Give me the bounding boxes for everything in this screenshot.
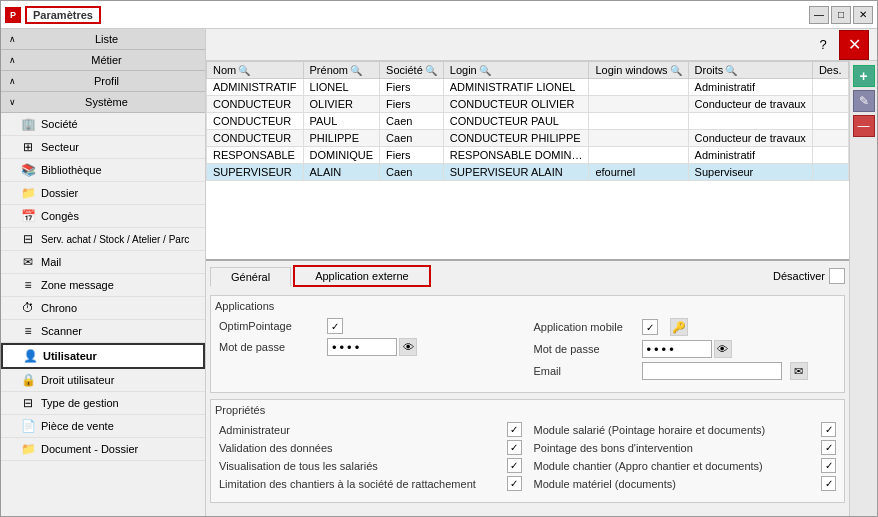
prop-right-check-0[interactable] <box>821 422 836 437</box>
prop-right-check-3[interactable] <box>821 476 836 491</box>
sidebar-section-systeme[interactable]: ∨ Système <box>1 92 205 113</box>
eye-btn-right[interactable]: 👁 <box>714 340 732 358</box>
cell-login: CONDUCTEUR OLIVIER <box>443 96 589 113</box>
cell-des <box>812 79 848 96</box>
email-btn[interactable]: ✉ <box>790 362 808 380</box>
maximize-button[interactable]: □ <box>831 6 851 24</box>
zone-message-icon: ≡ <box>21 278 35 292</box>
col-login-windows[interactable]: Login windows 🔍 <box>589 62 688 79</box>
sidebar-item-mail[interactable]: ✉ Mail <box>1 251 205 274</box>
tab-application-externe[interactable]: Application externe <box>293 265 431 287</box>
cell-societe: Fiers <box>380 79 444 96</box>
sidebar-item-zone-message[interactable]: ≡ Zone message <box>1 274 205 297</box>
sidebar-item-serv-achat[interactable]: ⊟ Serv. achat / Stock / Atelier / Parc <box>1 228 205 251</box>
prop-left-check-1[interactable] <box>507 440 522 455</box>
mot-de-passe-row: Mot de passe 👁 <box>219 338 522 356</box>
sidebar-item-conges[interactable]: 📅 Congès <box>1 205 205 228</box>
help-button[interactable]: ? <box>811 33 835 57</box>
sidebar-label-zone-message: Zone message <box>41 279 114 291</box>
key-btn[interactable]: 🔑 <box>670 318 688 336</box>
sidebar-item-scanner[interactable]: ≡ Scanner <box>1 320 205 343</box>
cell-login: RESPONSABLE DOMIN… <box>443 147 589 164</box>
col-login-windows-label: Login windows <box>595 64 667 76</box>
applications-section: Applications OptimPointage Mot de passe <box>210 295 845 393</box>
sidebar-item-dossier[interactable]: 📁 Dossier <box>1 182 205 205</box>
col-prenom[interactable]: Prénom 🔍 <box>303 62 380 79</box>
col-droits[interactable]: Droits 🔍 <box>688 62 812 79</box>
sidebar-section-liste[interactable]: ∧ Liste <box>1 29 205 50</box>
sidebar-item-bibliotheque[interactable]: 📚 Bibliothèque <box>1 159 205 182</box>
col-des[interactable]: Des. <box>812 62 848 79</box>
email-input[interactable] <box>642 362 782 380</box>
table-row[interactable]: CONDUCTEURPAULCaenCONDUCTEUR PAUL <box>207 113 849 130</box>
cell-nom: ADMINISTRATIF <box>207 79 304 96</box>
section-label-systeme: Système <box>16 96 197 108</box>
applications-left: OptimPointage Mot de passe 👁 <box>219 318 522 384</box>
app-mobile-checkbox[interactable] <box>642 319 658 335</box>
col-droits-label: Droits <box>695 64 724 76</box>
table-row[interactable]: SUPERVISEURALAINCaenSUPERVISEUR ALAINefo… <box>207 164 849 181</box>
conges-icon: 📅 <box>21 209 35 223</box>
sidebar-item-secteur[interactable]: ⊞ Secteur <box>1 136 205 159</box>
proprietes-section-title: Propriétés <box>215 404 836 416</box>
cell-des <box>812 96 848 113</box>
societe-search-icon[interactable]: 🔍 <box>425 65 437 76</box>
delete-button[interactable]: — <box>853 115 875 137</box>
add-button[interactable]: + <box>853 65 875 87</box>
eye-btn-left[interactable]: 👁 <box>399 338 417 356</box>
minimize-button[interactable]: — <box>809 6 829 24</box>
prop-left-check-2[interactable] <box>507 458 522 473</box>
sidebar-item-societe[interactable]: 🏢 Société <box>1 113 205 136</box>
chrono-icon: ⏱ <box>21 301 35 315</box>
password-input-left[interactable] <box>327 338 397 356</box>
table-row[interactable]: CONDUCTEURPHILIPPECaenCONDUCTEUR PHILIPP… <box>207 130 849 147</box>
tab-general[interactable]: Général <box>210 267 291 287</box>
table-row[interactable]: CONDUCTEUROLIVIERFiersCONDUCTEUR OLIVIER… <box>207 96 849 113</box>
sidebar-label-societe: Société <box>41 118 78 130</box>
droit-utilisateur-icon: 🔒 <box>21 373 35 387</box>
droits-search-icon[interactable]: 🔍 <box>725 65 737 76</box>
login-windows-search-icon[interactable]: 🔍 <box>670 65 682 76</box>
sidebar-section-profil[interactable]: ∧ Profil <box>1 71 205 92</box>
cell-nom: RESPONSABLE <box>207 147 304 164</box>
piece-vente-icon: 📄 <box>21 419 35 433</box>
sidebar-label-bibliotheque: Bibliothèque <box>41 164 102 176</box>
login-search-icon[interactable]: 🔍 <box>479 65 491 76</box>
type-gestion-icon: ⊟ <box>21 396 35 410</box>
sidebar-item-utilisateur[interactable]: 👤 Utilisateur <box>1 343 205 369</box>
cell-prenom: PHILIPPE <box>303 130 380 147</box>
sidebar-item-droit-utilisateur[interactable]: 🔒 Droit utilisateur <box>1 369 205 392</box>
close-button[interactable]: ✕ <box>853 6 873 24</box>
col-login[interactable]: Login 🔍 <box>443 62 589 79</box>
section-label-profil: Profil <box>16 75 197 87</box>
prop-left-check-0[interactable] <box>507 422 522 437</box>
close-main-button[interactable]: ✕ <box>839 30 869 60</box>
section-arrow-profil: ∧ <box>9 76 16 86</box>
title-bar-left: P Paramètres <box>5 6 101 24</box>
table-row[interactable]: RESPONSABLEDOMINIQUEFiersRESPONSABLE DOM… <box>207 147 849 164</box>
cell-droits: Administratif <box>688 147 812 164</box>
password-input-right[interactable] <box>642 340 712 358</box>
edit-button[interactable]: ✎ <box>853 90 875 112</box>
sidebar-item-piece-vente[interactable]: 📄 Pièce de vente <box>1 415 205 438</box>
sidebar-section-metier[interactable]: ∧ Métier <box>1 50 205 71</box>
sidebar-item-type-gestion[interactable]: ⊟ Type de gestion <box>1 392 205 415</box>
prop-right-check-2[interactable] <box>821 458 836 473</box>
col-societe[interactable]: Société 🔍 <box>380 62 444 79</box>
prop-left-row-2: Visualisation de tous les salariés <box>219 458 522 473</box>
desactiver-checkbox[interactable] <box>829 268 845 284</box>
table-scroll[interactable]: Nom 🔍 Prénom 🔍 <box>206 61 849 259</box>
cell-prenom: OLIVIER <box>303 96 380 113</box>
cell-nom: CONDUCTEUR <box>207 113 304 130</box>
table-row[interactable]: ADMINISTRATIFLIONELFiersADMINISTRATIF LI… <box>207 79 849 96</box>
prop-right-check-1[interactable] <box>821 440 836 455</box>
nom-search-icon[interactable]: 🔍 <box>238 65 250 76</box>
sidebar-item-document-dossier[interactable]: 📁 Document - Dossier <box>1 438 205 461</box>
prop-left-check-3[interactable] <box>507 476 522 491</box>
prenom-search-icon[interactable]: 🔍 <box>350 65 362 76</box>
mot-de-passe-label: Mot de passe <box>219 341 319 353</box>
col-nom[interactable]: Nom 🔍 <box>207 62 304 79</box>
sidebar-item-chrono[interactable]: ⏱ Chrono <box>1 297 205 320</box>
window-title: Paramètres <box>25 6 101 24</box>
optim-checkbox[interactable] <box>327 318 343 334</box>
